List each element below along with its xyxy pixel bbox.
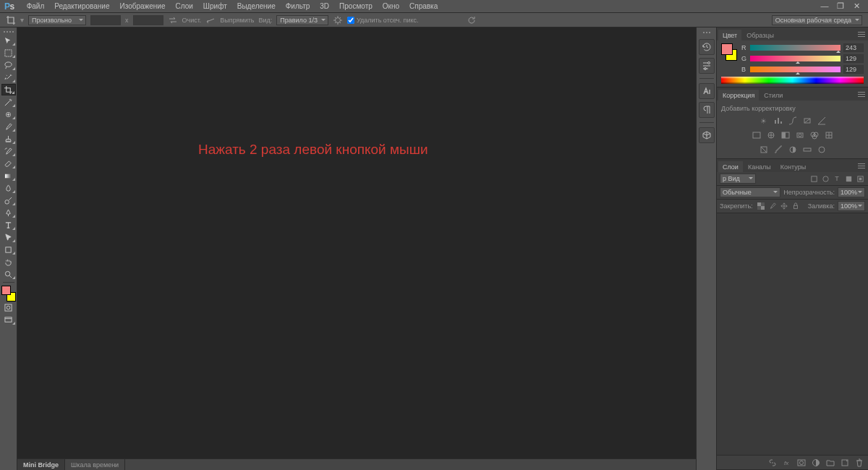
gradient-tool[interactable] (1, 170, 16, 181)
filter-shape-icon[interactable] (843, 174, 854, 184)
invert-icon[interactable] (758, 144, 770, 155)
layers-tab[interactable]: Слои (718, 161, 743, 172)
layers-list[interactable] (717, 213, 868, 455)
healing-tool[interactable] (1, 108, 16, 120)
menu-edit[interactable]: Редактирование (49, 1, 114, 12)
minimize-icon[interactable]: — (820, 2, 829, 11)
lookup-icon[interactable] (823, 129, 835, 141)
layer-filter-select[interactable]: р Вид (720, 174, 756, 184)
filter-type-icon[interactable]: T (832, 174, 842, 184)
lock-all-icon[interactable] (791, 201, 801, 211)
hue-sat-icon[interactable] (751, 129, 762, 141)
menu-layer[interactable]: Слои (170, 1, 197, 12)
adjustments-tab[interactable]: Коррекция (718, 90, 759, 101)
quickmask-tool[interactable] (1, 302, 16, 313)
zoom-tool[interactable] (1, 268, 16, 280)
styles-tab[interactable]: Стили (760, 90, 787, 101)
overlay-settings-icon[interactable] (333, 15, 343, 25)
straighten-label[interactable]: Выпрямить (220, 17, 254, 24)
new-layer-icon[interactable] (839, 457, 851, 469)
channels-tab[interactable]: Каналы (744, 161, 775, 172)
wand-tool[interactable] (1, 72, 16, 83)
overlay-view-select[interactable]: Правило 1/3 (276, 15, 328, 25)
swap-dimensions-icon[interactable] (168, 15, 178, 25)
gradient-map-icon[interactable] (801, 144, 813, 155)
filter-pixel-icon[interactable] (809, 174, 819, 184)
crop-width-input[interactable] (90, 15, 121, 25)
panel-color-swatches[interactable] (721, 43, 737, 61)
swatches-tab[interactable]: Образцы (742, 30, 778, 40)
delete-cropped-checkbox[interactable]: Удалить отсеч. пикс. (347, 17, 419, 24)
foreground-color-swatch[interactable] (1, 286, 11, 295)
exposure-icon[interactable] (801, 115, 813, 127)
lock-pixels-icon[interactable] (767, 201, 778, 211)
fill-value[interactable]: 100% (838, 201, 865, 211)
blend-mode-select[interactable]: Обычные (720, 187, 780, 197)
b-value[interactable]: 129 (843, 65, 864, 74)
color-swatches[interactable] (1, 286, 16, 302)
timeline-tab[interactable]: Шкала времени (65, 459, 125, 470)
filter-smart-icon[interactable] (855, 174, 865, 184)
delete-layer-icon[interactable] (854, 457, 865, 469)
toolbox-grip[interactable] (0, 29, 17, 35)
color-balance-icon[interactable] (765, 129, 777, 141)
filter-adjustment-icon[interactable] (820, 174, 830, 184)
screenmode-tool[interactable] (1, 314, 16, 325)
history-panel-icon[interactable] (699, 39, 715, 55)
b-slider[interactable] (750, 67, 841, 72)
curves-icon[interactable] (787, 115, 799, 127)
history-brush-tool[interactable] (1, 145, 16, 157)
straighten-icon[interactable] (205, 15, 216, 25)
workspace-select[interactable]: Основная рабочая среда (772, 15, 862, 25)
levels-icon[interactable] (773, 115, 784, 127)
pen-tool[interactable] (1, 207, 16, 218)
maximize-icon[interactable]: ❐ (836, 2, 845, 11)
dodge-tool[interactable] (1, 195, 16, 206)
crop-tool[interactable] (1, 84, 16, 95)
move-tool[interactable] (1, 35, 16, 46)
eyedropper-tool[interactable] (1, 96, 16, 108)
brush-tool[interactable] (1, 121, 16, 132)
clear-button[interactable]: Очист. (182, 17, 202, 24)
g-slider[interactable] (750, 56, 841, 61)
paragraph-panel-icon[interactable] (699, 102, 715, 118)
path-select-tool[interactable] (1, 231, 16, 243)
layer-effects-icon[interactable]: fx (781, 457, 793, 469)
menu-file[interactable]: Файл (22, 1, 50, 12)
lock-transparent-icon[interactable] (756, 201, 766, 211)
layer-mask-icon[interactable] (796, 457, 807, 469)
threshold-icon[interactable] (787, 144, 799, 155)
channel-mixer-icon[interactable] (809, 129, 820, 141)
character-panel-icon[interactable] (699, 83, 715, 99)
posterize-icon[interactable] (773, 144, 784, 155)
eraser-tool[interactable] (1, 158, 16, 169)
reset-icon[interactable] (467, 15, 477, 25)
paths-tab[interactable]: Контуры (776, 161, 810, 172)
stamp-tool[interactable] (1, 133, 16, 145)
menu-3d[interactable]: 3D (315, 1, 334, 12)
type-tool[interactable] (1, 219, 16, 231)
menu-type[interactable]: Шрифт (198, 1, 232, 12)
menu-select[interactable]: Выделение (232, 1, 281, 12)
close-icon[interactable]: ✕ (852, 2, 861, 11)
photo-filter-icon[interactable] (794, 129, 806, 141)
link-layers-icon[interactable] (767, 457, 778, 469)
lock-position-icon[interactable] (779, 201, 789, 211)
menu-filter[interactable]: Фильтр (281, 1, 315, 12)
mini-bridge-tab[interactable]: Mini Bridge (17, 459, 65, 470)
blur-tool[interactable] (1, 182, 16, 194)
menu-view[interactable]: Просмотр (334, 1, 378, 12)
menu-image[interactable]: Изображение (114, 1, 170, 12)
brightness-icon[interactable]: ☀ (758, 115, 770, 127)
crop-tool-icon[interactable] (6, 15, 16, 25)
opacity-value[interactable]: 100% (838, 187, 865, 197)
properties-panel-icon[interactable] (699, 58, 715, 74)
vibrance-icon[interactable] (816, 115, 827, 127)
new-adjustment-icon[interactable] (810, 457, 822, 469)
3d-panel-icon[interactable] (699, 127, 715, 143)
document-canvas[interactable]: Нажать 2 раза левой кнопкой мыши (17, 27, 696, 458)
marquee-tool[interactable] (1, 47, 16, 59)
new-group-icon[interactable] (825, 457, 836, 469)
g-value[interactable]: 129 (843, 54, 864, 63)
selective-color-icon[interactable] (816, 144, 827, 155)
